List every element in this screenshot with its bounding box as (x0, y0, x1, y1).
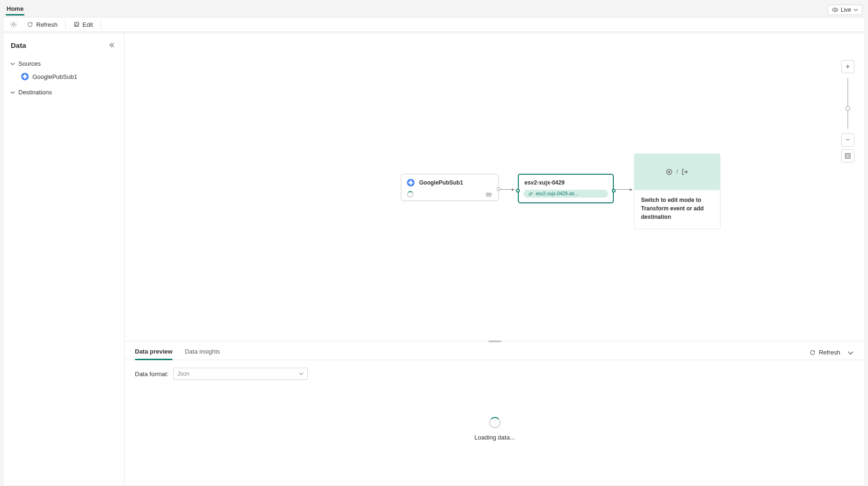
slash-text: / (676, 169, 678, 175)
edge (616, 189, 632, 190)
chevron-down-icon (10, 90, 16, 95)
loading-spinner-icon (407, 191, 414, 198)
loading-spinner-icon (489, 417, 500, 428)
zoom-out-button[interactable]: − (841, 133, 854, 147)
node-stream[interactable]: esv2-xujx-0429 esv2-xujx-0429-str... (518, 174, 614, 203)
svg-rect-3 (846, 154, 849, 157)
pubsub-icon (407, 179, 414, 186)
data-format-label: Data format: (135, 370, 169, 378)
sidebar-item-googlepubsub[interactable]: GooglePubSub1 (8, 70, 119, 83)
chevron-down-icon (847, 349, 854, 356)
chevron-down-icon (10, 61, 16, 67)
node-destination-placeholder[interactable]: / Switch to edit mode to Transform event… (634, 154, 720, 229)
mode-dropdown[interactable]: Live (828, 5, 862, 15)
tab-data-preview[interactable]: Data preview (135, 345, 172, 360)
refresh-icon (27, 21, 33, 28)
tab-home[interactable]: Home (6, 3, 24, 15)
data-format-select[interactable]: Json (173, 368, 308, 380)
node-destination-text: Switch to edit mode to Transform event o… (634, 190, 720, 229)
tree-section-sources[interactable]: Sources (8, 57, 119, 70)
gear-icon (10, 21, 17, 28)
bottom-panel: Data preview Data insights Refresh (125, 341, 865, 486)
canvas[interactable]: + − GooglePubSub1 (125, 34, 865, 341)
eye-icon (832, 7, 838, 13)
fit-to-screen-button[interactable] (841, 149, 854, 162)
panel-resize-handle[interactable] (488, 340, 501, 342)
panel-refresh-button[interactable]: Refresh (809, 349, 840, 356)
transform-icon (665, 168, 673, 176)
collapse-panel-button[interactable] (847, 349, 854, 356)
edit-icon (73, 21, 80, 28)
node-source[interactable]: GooglePubSub1 (401, 174, 499, 201)
fit-icon (845, 153, 851, 159)
loading-text: Loading data... (474, 434, 515, 441)
toolbar-divider (65, 19, 66, 30)
edit-button[interactable]: Edit (70, 18, 97, 31)
toolbar-divider-2 (101, 19, 101, 30)
sidebar-title: Data (11, 41, 26, 49)
zoom-in-button[interactable]: + (841, 60, 854, 73)
edit-label: Edit (83, 21, 93, 28)
refresh-button[interactable]: Refresh (23, 18, 62, 31)
toolbar: Refresh Edit (3, 17, 865, 32)
tree-section-destinations[interactable]: Destinations (8, 86, 119, 99)
edge (500, 189, 514, 190)
data-format-value: Json (178, 370, 189, 377)
sidebar: Data Sources GooglePubSub1 (3, 34, 125, 486)
collapse-sidebar-button[interactable] (107, 40, 117, 50)
refresh-icon (809, 349, 816, 356)
refresh-label: Refresh (36, 21, 58, 28)
sources-label: Sources (18, 60, 41, 67)
sidebar-item-label: GooglePubSub1 (32, 73, 77, 80)
mode-label: Live (841, 7, 851, 13)
node-stream-pill-label: esv2-xujx-0429-str... (536, 191, 578, 196)
node-port-in[interactable] (516, 189, 520, 193)
node-port-out[interactable] (612, 189, 616, 193)
svg-point-0 (834, 9, 836, 11)
chevron-double-left-icon (109, 42, 115, 48)
panel-refresh-label: Refresh (819, 349, 840, 356)
pubsub-icon (21, 73, 29, 80)
zoom-thumb[interactable] (845, 106, 850, 111)
svg-rect-2 (845, 154, 851, 159)
node-stream-pill[interactable]: esv2-xujx-0429-str... (524, 190, 608, 198)
zoom-slider[interactable] (847, 78, 848, 129)
output-icon (681, 168, 689, 176)
tab-data-insights[interactable]: Data insights (185, 345, 220, 360)
destinations-label: Destinations (18, 89, 52, 96)
link-icon (528, 192, 533, 196)
svg-point-1 (13, 23, 15, 26)
node-stream-title: esv2-xujx-0429 (524, 179, 608, 186)
settings-button[interactable] (7, 18, 20, 31)
chevron-down-icon (853, 8, 858, 12)
node-menu-button[interactable] (485, 192, 493, 197)
node-source-title: GooglePubSub1 (419, 179, 463, 186)
chevron-down-icon (299, 371, 304, 376)
